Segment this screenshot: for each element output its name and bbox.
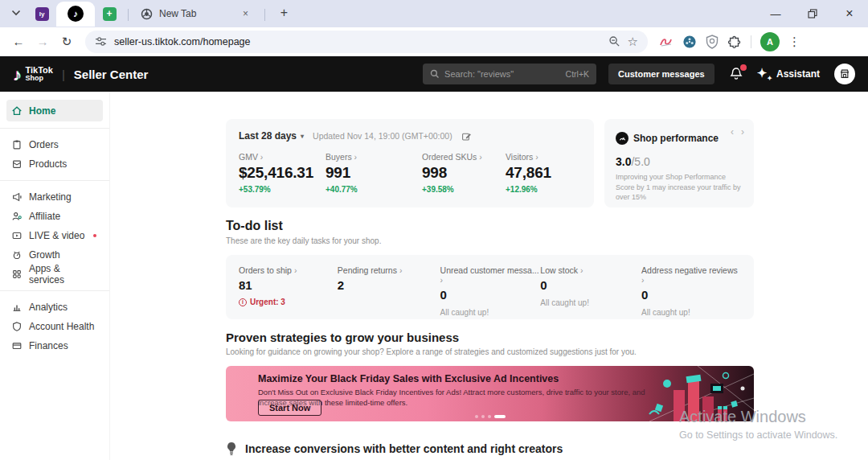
metric-gmv[interactable]: GMV › $25,416.31 +53.79% (239, 152, 326, 194)
metric-buyers[interactable]: Buyers › 991 +40.77% (326, 152, 422, 194)
window-close-button[interactable]: × (831, 0, 868, 27)
window-restore-button[interactable] (794, 0, 831, 27)
sidebar-item-account-health[interactable]: Account Health (0, 317, 109, 336)
tab-new-tab[interactable]: New Tab × (133, 0, 260, 27)
assistant-button[interactable]: ✦✦ Assistant (757, 66, 820, 82)
live-video-icon (11, 230, 23, 241)
sidebar: Home Orders Products Marketing Affiliate… (0, 92, 110, 460)
tab-title: New Tab (159, 8, 196, 19)
sparkle-icon: ✦✦ (757, 66, 772, 82)
carousel-prev-button[interactable]: ‹ (731, 126, 734, 138)
shop-performance-card[interactable]: ‹ › Shop performance 3.0/5.0 Improving y… (604, 119, 754, 207)
shop-switcher-button[interactable] (834, 64, 855, 84)
carousel-dot[interactable] (488, 415, 491, 418)
sidebar-item-orders[interactable]: Orders (0, 135, 109, 154)
carousel-dot[interactable] (481, 415, 485, 418)
sidebar-item-analytics[interactable]: Analytics (0, 298, 109, 317)
period-selector[interactable]: Last 28 days ▾ (239, 130, 304, 142)
caught-up-note: All caught up! (540, 298, 641, 307)
home-icon (11, 105, 23, 117)
todo-pending-returns[interactable]: Pending returns › 2 (338, 265, 440, 309)
carousel-dots[interactable] (475, 415, 506, 418)
restore-icon (808, 9, 817, 18)
growth-tip-title: Increase conversions with better content… (245, 442, 563, 455)
toolbar-separator (751, 35, 751, 48)
sidebar-item-growth[interactable]: Growth (0, 245, 109, 265)
todo-value: 2 (338, 278, 440, 292)
shield-extension-icon[interactable] (706, 35, 719, 49)
analytics-bars-icon (11, 302, 23, 313)
metric-visitors[interactable]: Visitors › 47,861 +12.96% (506, 152, 551, 194)
todo-low-stock[interactable]: Low stock › 0 All caught up! (540, 265, 641, 309)
todo-orders-to-ship[interactable]: Orders to ship › 81 iUrgent: 3 (239, 265, 338, 309)
chevron-down-icon (11, 10, 21, 16)
growth-icon (11, 249, 23, 261)
customer-messages-button[interactable]: Customer messages (608, 64, 714, 84)
site-settings-icon[interactable] (95, 36, 107, 47)
tiktok-icon: ♪ (68, 6, 84, 22)
address-bar[interactable]: ☆ (85, 31, 648, 53)
chevron-right-icon: › (260, 152, 264, 162)
todo-value: 81 (239, 278, 338, 292)
carousel-dot[interactable] (475, 415, 478, 418)
finances-card-icon (11, 340, 23, 351)
pinned-tab-green[interactable]: + (95, 0, 124, 27)
tab-close-button[interactable]: × (238, 6, 252, 21)
window-minimize-button[interactable]: — (757, 0, 794, 27)
sidebar-item-marketing[interactable]: Marketing (0, 187, 109, 207)
browser-menu-button[interactable]: ⋮ (788, 35, 800, 49)
metric-delta: +12.96% (506, 185, 551, 194)
sidebar-divider (0, 180, 109, 181)
main-content: Last 28 days ▾ Updated Nov 14, 19:00 (GM… (110, 92, 868, 460)
extension-icon-doodle[interactable] (659, 35, 674, 48)
pinned-tab-purple[interactable]: ly (27, 0, 56, 27)
metric-ordered-skus[interactable]: Ordered SKUs › 998 +39.58% (422, 152, 506, 194)
sidebar-item-live-video[interactable]: LIVE & video (0, 226, 109, 245)
assistant-label: Assistant (776, 68, 820, 80)
black-friday-banner[interactable]: Maximize Your Black Friday Sales with Ex… (226, 366, 754, 421)
tiktok-shop-logo[interactable]: ♪ TikTok Shop (13, 66, 53, 83)
browser-tab-strip: ly ♪ + New Tab × + — × (0, 0, 868, 27)
sidebar-item-home[interactable]: Home (6, 100, 103, 121)
new-tab-button[interactable]: + (272, 2, 295, 24)
todo-unread-messages[interactable]: Unread customer messa... › 0 All caught … (440, 265, 541, 309)
global-search[interactable]: Ctrl+K (423, 64, 596, 84)
chevron-right-icon: › (580, 265, 583, 275)
sidebar-item-apps-services[interactable]: Apps & services (0, 265, 109, 284)
zoom-icon[interactable] (608, 35, 620, 47)
updated-timestamp: Updated Nov 14, 19:00 (GMT+00:00) (313, 131, 452, 141)
bookmark-star-icon[interactable]: ☆ (628, 35, 638, 49)
forward-button[interactable]: → (31, 30, 55, 54)
reload-button[interactable]: ↻ (55, 30, 79, 54)
sidebar-divider (0, 290, 109, 291)
sidebar-item-affiliate[interactable]: Affiliate (0, 207, 109, 226)
sidebar-item-products[interactable]: Products (0, 154, 109, 174)
pinned-tab-tiktok-active[interactable]: ♪ (56, 2, 95, 27)
url-input[interactable] (114, 36, 601, 47)
search-input[interactable] (444, 69, 561, 79)
metric-delta: +53.79% (239, 185, 326, 194)
card-title: Shop performance (633, 133, 719, 144)
performance-score: 3.0 (616, 155, 631, 168)
tab-separator (128, 9, 129, 21)
extensions-puzzle-icon[interactable] (727, 35, 742, 49)
extension-icon-blue[interactable] (682, 35, 697, 49)
notification-dot (93, 234, 96, 237)
sidebar-divider (0, 128, 109, 129)
notifications-button[interactable] (728, 66, 744, 82)
profile-avatar[interactable]: A (760, 32, 780, 51)
sidebar-item-finances[interactable]: Finances (0, 336, 109, 355)
notification-badge (739, 63, 748, 72)
back-button[interactable]: ← (6, 30, 31, 54)
edit-icon[interactable] (461, 131, 472, 142)
start-now-button[interactable]: Start Now (258, 400, 321, 416)
tab-search-button[interactable] (5, 2, 27, 24)
chevron-right-icon: › (399, 265, 403, 275)
shield-icon (11, 321, 23, 332)
todo-negative-reviews[interactable]: Address negative reviews › 0 All caught … (641, 265, 741, 309)
carousel-next-button[interactable]: › (741, 126, 744, 138)
sheets-icon: + (103, 7, 117, 21)
apps-grid-icon (11, 269, 23, 280)
carousel-dot-active[interactable] (494, 415, 506, 418)
performance-score-max: /5.0 (631, 155, 649, 168)
